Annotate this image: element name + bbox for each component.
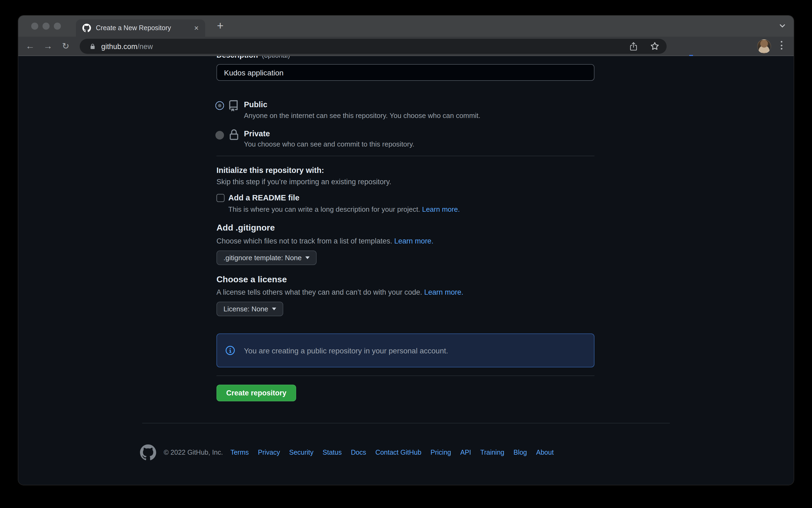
footer-link-training[interactable]: Training: [480, 449, 504, 456]
readme-label[interactable]: Add a README file: [228, 194, 300, 202]
tab-search-chevron-icon[interactable]: [779, 23, 785, 29]
license-dropdown[interactable]: License: None: [217, 302, 283, 316]
url-host: github.com: [101, 42, 137, 50]
description-label: Description (optional): [217, 56, 290, 59]
footer: © 2022 GitHub, Inc. Terms Privacy Securi…: [140, 444, 672, 461]
url-path: /new: [137, 42, 153, 50]
lock-icon: [228, 129, 240, 140]
footer-link-contact[interactable]: Contact GitHub: [375, 449, 421, 456]
url-text: github.com/new: [101, 42, 153, 50]
new-tab-button[interactable]: +: [213, 19, 227, 33]
github-new-repo-page: Description (optional) Public Anyone on …: [18, 56, 794, 485]
github-favicon-icon: [82, 24, 91, 32]
forward-button[interactable]: →: [41, 41, 54, 51]
profile-avatar[interactable]: [757, 39, 771, 53]
bookmark-star-icon[interactable]: [650, 42, 659, 51]
address-bar[interactable]: github.com/new: [80, 39, 667, 54]
window-zoom-button[interactable]: [54, 23, 60, 29]
license-learn-more-link[interactable]: Learn more.: [424, 288, 463, 296]
tab-strip: Create a New Repository × +: [18, 15, 794, 37]
readme-checkbox[interactable]: [217, 194, 224, 202]
public-radio[interactable]: [215, 101, 224, 110]
license-note: A license tells others what they can and…: [217, 288, 463, 296]
license-heading: Choose a license: [217, 275, 287, 285]
footer-link-api[interactable]: API: [460, 449, 471, 456]
dropdown-caret-icon: [272, 308, 276, 310]
repo-book-icon: [228, 100, 239, 112]
footer-link-terms[interactable]: Terms: [230, 449, 249, 456]
public-option-note: Anyone on the internet can see this repo…: [244, 112, 480, 120]
readme-learn-more-link[interactable]: Learn more.: [422, 205, 460, 213]
footer-link-about[interactable]: About: [536, 449, 553, 456]
dropdown-caret-icon: [306, 256, 310, 259]
private-option-note: You choose who can see and commit to thi…: [244, 140, 414, 148]
initialize-note: Skip this step if you’re importing an ex…: [217, 178, 391, 186]
github-logo-icon[interactable]: [140, 444, 156, 461]
section-divider: [217, 156, 594, 156]
footer-link-docs[interactable]: Docs: [351, 449, 366, 456]
back-button[interactable]: ←: [24, 41, 37, 51]
gitignore-learn-more-link[interactable]: Learn more.: [394, 237, 434, 245]
readme-note: This is where you can write a long descr…: [228, 205, 460, 213]
footer-link-privacy[interactable]: Privacy: [258, 449, 280, 456]
initialize-heading: Initialize this repository with:: [217, 166, 324, 174]
browser-toolbar: ← → ↻ github.com/new: [18, 37, 794, 56]
gitignore-heading: Add .gitignore: [217, 223, 275, 233]
banner-text: You are creating a public repository in …: [244, 346, 448, 355]
description-input[interactable]: [217, 64, 594, 81]
create-repository-button[interactable]: Create repository: [217, 385, 296, 401]
gitignore-template-dropdown[interactable]: .gitignore template: None: [217, 251, 317, 265]
browser-menu-icon[interactable]: [781, 41, 782, 50]
ssl-lock-icon[interactable]: [89, 43, 96, 50]
public-option-label[interactable]: Public: [244, 100, 267, 109]
tab-close-icon[interactable]: ×: [192, 24, 200, 32]
tab-title: Create a New Repository: [96, 24, 192, 32]
share-icon[interactable]: [629, 42, 637, 51]
desktop-background: Create a New Repository × + ← → ↻ github…: [0, 0, 812, 508]
reload-button[interactable]: ↻: [59, 41, 72, 51]
visibility-info-banner: You are creating a public repository in …: [217, 334, 594, 368]
footer-link-status[interactable]: Status: [322, 449, 342, 456]
copyright-text: © 2022 GitHub, Inc.: [164, 449, 223, 456]
window-minimize-button[interactable]: [43, 23, 49, 29]
footer-link-blog[interactable]: Blog: [513, 449, 527, 456]
private-radio[interactable]: [215, 131, 224, 139]
info-icon: [226, 346, 235, 355]
footer-link-pricing[interactable]: Pricing: [431, 449, 451, 456]
footer-links: Terms Privacy Security Status Docs Conta…: [230, 449, 554, 456]
browser-window: Create a New Repository × + ← → ↻ github…: [18, 15, 794, 485]
browser-tab[interactable]: Create a New Repository ×: [76, 19, 205, 37]
gitignore-note: Choose which files not to track from a l…: [217, 237, 434, 245]
window-close-button[interactable]: [31, 23, 38, 29]
private-option-label[interactable]: Private: [244, 129, 270, 138]
footer-divider: [142, 423, 670, 423]
section-divider: [217, 376, 594, 376]
footer-link-security[interactable]: Security: [289, 449, 313, 456]
